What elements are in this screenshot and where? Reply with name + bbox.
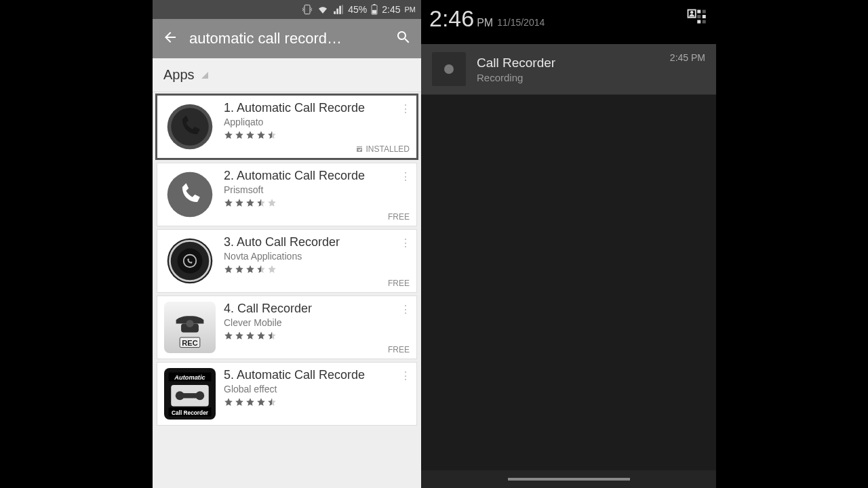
svg-point-30 (444, 64, 454, 74)
app-rating (224, 264, 410, 274)
status-ampm: PM (405, 5, 416, 14)
shade-background (421, 95, 716, 470)
svg-text:Call Recorder: Call Recorder (172, 409, 209, 416)
letterbox-right (716, 0, 868, 488)
app-developer: Appliqato (224, 117, 410, 127)
category-tab-bar: Apps (153, 58, 421, 92)
app-developer: Prismsoft (224, 184, 410, 195)
app-info: 2. Automatic Call Recorde Prismsoft (224, 169, 410, 220)
svg-rect-2 (372, 10, 376, 14)
app-result-1[interactable]: 1. Automatic Call Recorde Appliqato ⋮ IN… (155, 94, 418, 160)
notification-item[interactable]: Call Recorder Recording 2:45 PM (421, 44, 716, 95)
quick-settings-icon[interactable] (686, 8, 707, 31)
app-icon-rec-phone: REC (164, 302, 216, 353)
svg-point-5 (167, 172, 213, 218)
app-info: 3. Auto Call Recorder Novta Applications (224, 235, 410, 287)
app-result-5[interactable]: Automatic Call Recorder 5. Automatic Cal… (157, 362, 417, 426)
overflow-menu-icon[interactable]: ⋮ (400, 369, 411, 382)
svg-point-8 (178, 249, 203, 274)
app-rating (224, 198, 410, 207)
svg-point-23 (690, 11, 694, 14)
app-title: 3. Auto Call Recorder (224, 235, 410, 249)
svg-rect-26 (697, 15, 701, 18)
svg-rect-24 (697, 10, 701, 14)
app-info: 4. Call Recorder Clever Mobile (224, 302, 410, 353)
svg-point-4 (171, 108, 209, 146)
overflow-menu-icon[interactable]: ⋮ (400, 303, 411, 316)
shade-ampm: PM (477, 17, 493, 29)
handle-bar-icon (508, 478, 630, 481)
app-developer: Novta Applications (224, 251, 410, 262)
app-icon-disc (164, 235, 216, 287)
app-info: 5. Automatic Call Recorde Global effect (224, 368, 410, 420)
svg-rect-28 (697, 20, 701, 24)
search-query[interactable]: automatic call record… (189, 30, 384, 47)
letterbox-left (0, 0, 153, 488)
overflow-menu-icon[interactable]: ⋮ (400, 170, 411, 183)
notification-time: 2:45 PM (670, 52, 705, 63)
signal-icon (333, 4, 344, 15)
search-icon[interactable] (395, 29, 412, 48)
svg-rect-25 (703, 10, 706, 14)
shade-time: 2:46 (429, 5, 474, 32)
app-status: INSTALLED (355, 144, 410, 154)
svg-rect-27 (703, 15, 706, 18)
svg-rect-19 (182, 393, 197, 398)
vibrate-icon (302, 4, 313, 15)
app-icon-phone-grey (164, 169, 216, 220)
notification-body: Call Recorder Recording (477, 56, 659, 83)
app-result-3[interactable]: 3. Auto Call Recorder Novta Applications… (157, 229, 417, 293)
app-rating (224, 331, 410, 340)
svg-rect-29 (703, 20, 706, 24)
app-rating (224, 397, 410, 407)
app-title: 2. Automatic Call Recorde (224, 169, 410, 183)
overflow-menu-icon[interactable]: ⋮ (400, 102, 411, 115)
shade-drag-handle[interactable] (421, 470, 716, 488)
record-dot-icon (432, 52, 466, 86)
svg-text:Automatic: Automatic (174, 374, 205, 381)
play-store-screen: 45% 2:45 PM automatic call record… Apps … (153, 0, 421, 488)
svg-text:REC: REC (182, 339, 197, 347)
notification-subtitle: Recording (477, 72, 659, 83)
app-price: FREE (388, 212, 410, 222)
app-icon-phone-dark (164, 101, 216, 152)
svg-rect-1 (374, 4, 376, 5)
app-icon-cassette: Automatic Call Recorder (164, 368, 216, 420)
shade-date: 11/15/2014 (497, 17, 545, 28)
app-result-4[interactable]: REC 4. Call Recorder Clever Mobile ⋮ FRE… (157, 296, 417, 359)
app-developer: Clever Mobile (224, 317, 410, 328)
app-price: FREE (388, 279, 410, 288)
app-result-2[interactable]: 2. Automatic Call Recorde Prismsoft ⋮ FR… (157, 163, 417, 226)
battery-percent: 45% (348, 4, 367, 15)
notification-title: Call Recorder (477, 56, 659, 70)
app-title: 5. Automatic Call Recorde (224, 368, 410, 382)
app-title: 1. Automatic Call Recorde (224, 101, 410, 115)
shade-header: 2:46 PM 11/15/2014 (421, 0, 716, 44)
app-developer: Global effect (224, 384, 410, 394)
dropdown-triangle-icon[interactable] (201, 72, 208, 79)
battery-icon (371, 4, 378, 15)
tab-apps[interactable]: Apps (163, 67, 195, 83)
notification-shade-screen: 2:46 PM 11/15/2014 Call Recorder Recordi… (421, 0, 716, 488)
overflow-menu-icon[interactable]: ⋮ (400, 237, 411, 249)
svg-point-11 (186, 320, 193, 327)
status-bar: 45% 2:45 PM (153, 0, 421, 19)
status-time: 2:45 (382, 4, 400, 15)
app-title: 4. Call Recorder (224, 302, 410, 316)
search-bar: automatic call record… (153, 19, 421, 58)
back-arrow-icon[interactable] (162, 29, 178, 48)
app-price: FREE (388, 345, 410, 354)
app-rating (224, 130, 410, 140)
wifi-icon (317, 4, 329, 15)
